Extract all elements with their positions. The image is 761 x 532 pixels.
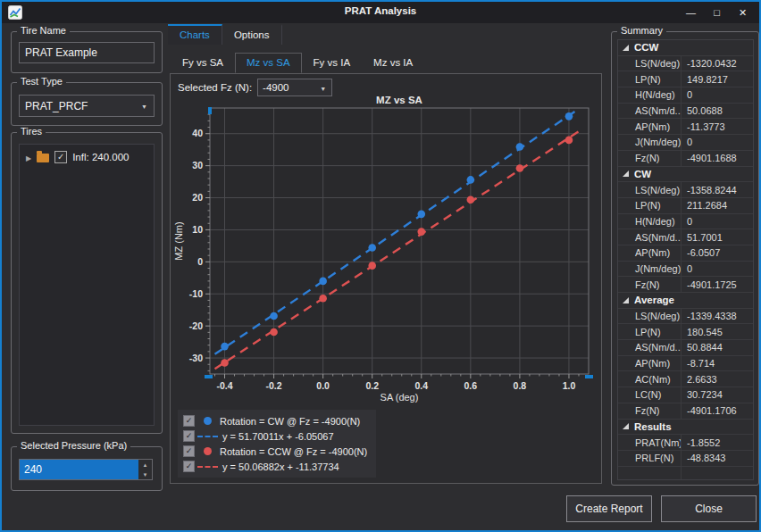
tires-group: Tires Infl: 240.000	[11, 132, 163, 434]
summary-row-value: -1320.0432	[681, 56, 753, 71]
legend-checkbox[interactable]	[183, 415, 195, 427]
tab-charts[interactable]: Charts	[168, 24, 222, 45]
folder-icon	[37, 154, 49, 162]
axis-handle	[208, 107, 212, 114]
data-point	[368, 262, 376, 270]
fz-selector-row: Selected Fz (N): -4900	[178, 79, 332, 96]
maximize-button[interactable]: □	[704, 7, 730, 18]
summary-row-label: AP(Nm)	[618, 245, 681, 261]
summary-row: LC(N)30.7234	[618, 387, 753, 403]
summary-row-label: LC(N)	[618, 387, 681, 403]
x-tick-label: 0.4	[414, 380, 428, 391]
summary-row: PRLF(N)-48.8343	[618, 451, 753, 467]
tab-fy-vs-ia[interactable]: Fy vs IA	[302, 53, 363, 73]
legend-label: Rotation = CCW @ Fz = -4900(N)	[220, 446, 367, 457]
legend-dash-icon	[197, 436, 218, 437]
chart-legend: Rotation = CW @ Fz = -4900(N)y = 51.7001…	[178, 410, 376, 478]
summary-row-label: Fz(N)	[618, 403, 681, 419]
summary-group-header[interactable]: Results	[618, 420, 753, 436]
summary-group-name: Average	[634, 295, 674, 305]
pressure-value[interactable]: 240	[20, 460, 138, 479]
test-type-select[interactable]: PRAT_PRCF	[19, 95, 155, 117]
tires-tree[interactable]: Infl: 240.000	[19, 144, 155, 426]
summary-row-label: AP(Nm)	[618, 356, 681, 371]
tire-name-input[interactable]: PRAT Example	[19, 42, 155, 63]
collapse-triangle-icon[interactable]	[623, 423, 629, 429]
summary-row-label: LS(N/deg)	[618, 56, 681, 71]
summary-row: LS(N/deg)-1339.4338	[618, 309, 753, 325]
summary-row: J(Nm/deg)0	[618, 262, 753, 278]
legend-checkbox[interactable]	[183, 430, 195, 442]
summary-row: LP(N)180.545	[618, 324, 753, 340]
summary-row-value: 51.7001	[681, 229, 753, 245]
data-point	[221, 343, 229, 351]
title-bar[interactable]: PRAT Analysis — □ ✕	[2, 2, 759, 23]
chart-title: MZ vs SA	[376, 96, 422, 105]
summary-row-value: -48.8343	[681, 451, 753, 466]
minimize-button[interactable]: —	[678, 7, 704, 18]
chart-tab-bar: Fy vs SA Mz vs SA Fy vs IA Mz vs IA	[171, 53, 424, 73]
collapse-triangle-icon[interactable]	[623, 45, 629, 51]
summary-row-label: Fz(N)	[618, 151, 681, 166]
summary-row-value: 0	[681, 214, 753, 229]
main-tab-bar: Charts Options	[168, 24, 282, 45]
summary-row-value: 211.2684	[681, 198, 753, 213]
tab-options[interactable]: Options	[222, 24, 282, 45]
summary-group-header[interactable]: Average	[618, 293, 753, 309]
summary-row: AP(Nm)-11.3773	[618, 119, 753, 135]
legend-checkbox[interactable]	[183, 461, 195, 472]
summary-row-value: -8.714	[681, 356, 753, 371]
x-tick-label: -0.2	[266, 380, 282, 391]
y-tick-label: -20	[189, 320, 203, 331]
summary-row-value: -1339.4338	[681, 309, 753, 324]
data-point	[417, 228, 425, 236]
summary-row-value: -4901.1688	[681, 151, 753, 166]
summary-row-label: LS(N/deg)	[618, 309, 681, 324]
tab-mz-vs-ia[interactable]: Mz vs IA	[362, 53, 424, 73]
spin-up-icon[interactable]	[138, 460, 152, 470]
fz-selector-label: Selected Fz (N):	[178, 82, 252, 93]
close-button[interactable]: Close	[661, 495, 757, 522]
summary-group-header[interactable]: CCW	[618, 40, 753, 56]
tire-tree-item[interactable]: Infl: 240.000	[20, 145, 154, 163]
collapse-triangle-icon[interactable]	[623, 170, 629, 177]
mz-sa-chart[interactable]: -30-20-10010203040-0.4-0.20.00.20.40.60.…	[172, 96, 603, 410]
summary-row-value: 0	[681, 262, 753, 277]
tab-mz-vs-sa[interactable]: Mz vs SA	[235, 53, 302, 73]
pressure-spinner[interactable]: 240	[19, 459, 153, 480]
summary-row-label: LS(N/deg)	[618, 182, 681, 197]
summary-row-value: -4901.1725	[681, 277, 753, 292]
summary-row-value: -1358.8244	[681, 182, 753, 197]
x-tick-label: -0.4	[216, 380, 232, 391]
spin-down-icon[interactable]	[138, 470, 152, 479]
summary-group-name: CCW	[634, 42, 658, 53]
legend-dot-icon	[204, 447, 212, 455]
summary-row-value: -1.8552	[681, 435, 753, 450]
legend-checkbox[interactable]	[183, 445, 195, 457]
summary-row-label: AP(Nm)	[618, 119, 681, 134]
expander-icon[interactable]	[26, 152, 31, 162]
summary-group-name: CW	[634, 169, 651, 179]
y-tick-label: 10	[192, 224, 203, 235]
close-icon[interactable]: ✕	[730, 7, 756, 19]
y-tick-label: -10	[189, 288, 203, 299]
collapse-triangle-icon[interactable]	[623, 297, 629, 303]
create-report-button[interactable]: Create Report	[566, 495, 652, 522]
data-point	[516, 143, 524, 151]
axis-handle	[585, 375, 593, 378]
y-tick-label: 30	[192, 160, 203, 170]
summary-row-value: 30.7234	[681, 387, 753, 403]
summary-row: LS(N/deg)-1320.0432	[618, 56, 753, 72]
data-point	[516, 164, 524, 172]
summary-row-label: Fz(N)	[618, 277, 681, 292]
summary-row-label: LP(N)	[618, 198, 681, 213]
summary-row: LP(N)149.8217	[618, 71, 753, 87]
summary-row-label: AS(Nm/d...	[618, 104, 681, 119]
tab-fy-vs-sa[interactable]: Fy vs SA	[171, 53, 235, 73]
summary-group-header[interactable]: CW	[618, 167, 753, 183]
summary-row-value: 149.8217	[681, 71, 753, 87]
legend-dash-icon	[197, 466, 218, 468]
fz-select[interactable]: -4900	[257, 79, 332, 96]
tire-checkbox[interactable]	[54, 151, 67, 163]
x-tick-label: 1.0	[563, 380, 576, 391]
